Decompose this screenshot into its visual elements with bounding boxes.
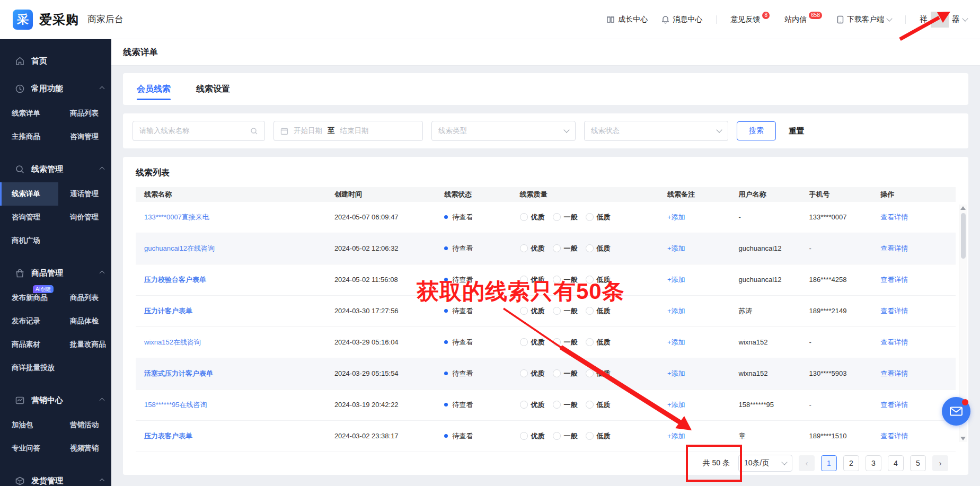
sidebar-section-head-products[interactable]: 商品管理 <box>0 261 111 285</box>
radio-circle-icon[interactable] <box>586 213 594 221</box>
view-detail-link[interactable]: 查看详情 <box>880 275 908 285</box>
quality-radio-一般[interactable]: 一般 <box>553 400 578 410</box>
page-button-1[interactable]: 1 <box>821 455 837 471</box>
radio-circle-icon[interactable] <box>520 244 528 252</box>
sidebar-item-商详批量投放[interactable]: 商详批量投放 <box>0 356 58 379</box>
lead-name-link[interactable]: 压力校验台客户表单 <box>144 275 206 285</box>
sidebar-item-专业问答[interactable]: 专业问答 <box>0 437 58 460</box>
sidebar-item-商品素材[interactable]: 商品素材 <box>0 333 58 356</box>
quality-radio-一般[interactable]: 一般 <box>553 275 578 285</box>
sidebar-item-发布新商品[interactable]: 发布新商品AI创建 <box>0 286 58 310</box>
view-detail-link[interactable]: 查看详情 <box>880 400 908 410</box>
quality-radio-低质[interactable]: 低质 <box>586 213 611 222</box>
sidebar-item-商品列表[interactable]: 商品列表 <box>58 286 111 310</box>
sidebar-item-询价管理[interactable]: 询价管理 <box>58 206 111 229</box>
lead-name-link[interactable]: wixna152在线咨询 <box>144 338 201 347</box>
lead-type-select[interactable]: 线索类型 <box>431 121 576 141</box>
radio-circle-icon[interactable] <box>520 401 528 409</box>
add-remark-link[interactable]: +添加 <box>667 275 685 285</box>
quality-radio-优质[interactable]: 优质 <box>520 431 545 441</box>
radio-circle-icon[interactable] <box>553 276 561 284</box>
sidebar-item-通话管理[interactable]: 通话管理 <box>58 182 111 206</box>
lead-name-link[interactable]: 压力计客户表单 <box>144 306 192 316</box>
sidebar-item-商品体检[interactable]: 商品体检 <box>58 310 111 333</box>
radio-circle-icon[interactable] <box>586 276 594 284</box>
radio-circle-icon[interactable] <box>553 401 561 409</box>
radio-circle-icon[interactable] <box>520 369 528 377</box>
radio-circle-icon[interactable] <box>520 213 528 221</box>
quality-radio-低质[interactable]: 低质 <box>586 244 611 253</box>
quality-radio-一般[interactable]: 一般 <box>553 213 578 222</box>
scroll-down-icon[interactable] <box>960 437 966 440</box>
quality-radio-优质[interactable]: 优质 <box>520 306 545 316</box>
nav-feedback[interactable]: 意见反馈 8 <box>730 15 771 24</box>
radio-circle-icon[interactable] <box>553 369 561 377</box>
sidebar-item-主推商品[interactable]: 主推商品 <box>0 125 58 148</box>
quality-radio-优质[interactable]: 优质 <box>520 213 545 222</box>
radio-circle-icon[interactable] <box>553 338 561 346</box>
sidebar-item-商机广场[interactable]: 商机广场 <box>0 229 58 252</box>
quality-radio-低质[interactable]: 低质 <box>586 369 611 378</box>
radio-circle-icon[interactable] <box>586 244 594 252</box>
quality-radio-优质[interactable]: 优质 <box>520 369 545 378</box>
quality-radio-低质[interactable]: 低质 <box>586 275 611 285</box>
quality-radio-一般[interactable]: 一般 <box>553 369 578 378</box>
lead-name-link[interactable]: 活塞式压力计客户表单 <box>144 369 213 378</box>
lead-status-select[interactable]: 线索状态 <box>584 121 728 141</box>
quality-radio-一般[interactable]: 一般 <box>553 431 578 441</box>
radio-circle-icon[interactable] <box>520 338 528 346</box>
view-detail-link[interactable]: 查看详情 <box>880 306 908 316</box>
radio-circle-icon[interactable] <box>553 432 561 440</box>
lead-name-link[interactable]: 压力表客户表单 <box>144 431 192 441</box>
radio-circle-icon[interactable] <box>520 432 528 440</box>
sidebar-section-head-shipping[interactable]: 发货管理 <box>0 469 111 486</box>
next-page-button[interactable]: › <box>932 455 948 471</box>
sidebar-item-线索详单[interactable]: 线索详单 <box>0 182 58 206</box>
add-remark-link[interactable]: +添加 <box>667 431 685 441</box>
radio-circle-icon[interactable] <box>553 307 561 315</box>
quality-radio-低质[interactable]: 低质 <box>586 400 611 410</box>
page-button-2[interactable]: 2 <box>843 455 859 471</box>
sidebar-section-head-leads[interactable]: 线索管理 <box>0 157 111 181</box>
nav-message-center[interactable]: 消息中心 <box>661 15 702 24</box>
scrollbar-thumb[interactable] <box>961 213 966 259</box>
nav-growth-center[interactable]: 成长中心 <box>606 15 648 24</box>
radio-circle-icon[interactable] <box>586 432 594 440</box>
lead-name-link[interactable]: guchuancai12在线咨询 <box>144 244 215 253</box>
quality-radio-优质[interactable]: 优质 <box>520 338 545 347</box>
radio-circle-icon[interactable] <box>553 244 561 252</box>
sidebar-item-咨询管理[interactable]: 咨询管理 <box>0 206 58 229</box>
mail-float-button[interactable] <box>942 397 970 426</box>
sidebar-item-线索详单[interactable]: 线索详单 <box>0 102 58 125</box>
radio-circle-icon[interactable] <box>520 276 528 284</box>
nav-download-client[interactable]: 下载客户端 <box>837 15 891 24</box>
sidebar-section-head-marketing[interactable]: 营销中心 <box>0 388 111 412</box>
user-menu[interactable]: 祥 器 <box>920 12 967 28</box>
sidebar-item-加油包[interactable]: 加油包 <box>0 413 58 437</box>
view-detail-link[interactable]: 查看详情 <box>880 213 908 222</box>
quality-radio-低质[interactable]: 低质 <box>586 338 611 347</box>
view-detail-link[interactable]: 查看详情 <box>880 244 908 253</box>
quality-radio-低质[interactable]: 低质 <box>586 306 611 316</box>
radio-circle-icon[interactable] <box>586 338 594 346</box>
nav-site-mail[interactable]: 站内信 658 <box>784 15 823 24</box>
radio-circle-icon[interactable] <box>586 369 594 377</box>
radio-circle-icon[interactable] <box>553 213 561 221</box>
tab-会员线索[interactable]: 会员线索 <box>137 73 171 105</box>
page-button-3[interactable]: 3 <box>866 455 881 471</box>
page-button-5[interactable]: 5 <box>910 455 926 471</box>
view-detail-link[interactable]: 查看详情 <box>880 369 908 378</box>
sidebar-section-head-home[interactable]: 首页 <box>0 49 111 73</box>
search-button[interactable]: 搜索 <box>737 121 776 140</box>
sidebar-item-咨询管理[interactable]: 咨询管理 <box>58 125 111 148</box>
quality-radio-一般[interactable]: 一般 <box>553 306 578 316</box>
add-remark-link[interactable]: +添加 <box>667 213 685 222</box>
quality-radio-一般[interactable]: 一般 <box>553 244 578 253</box>
radio-circle-icon[interactable] <box>520 307 528 315</box>
sidebar-item-营销活动[interactable]: 营销活动 <box>58 413 111 437</box>
add-remark-link[interactable]: +添加 <box>667 400 685 410</box>
add-remark-link[interactable]: +添加 <box>667 369 685 378</box>
scroll-up-icon[interactable] <box>960 206 966 210</box>
lead-name-link[interactable]: 158******95在线咨询 <box>144 400 207 410</box>
lead-name-link[interactable]: 133****0007直接来电 <box>144 213 209 222</box>
